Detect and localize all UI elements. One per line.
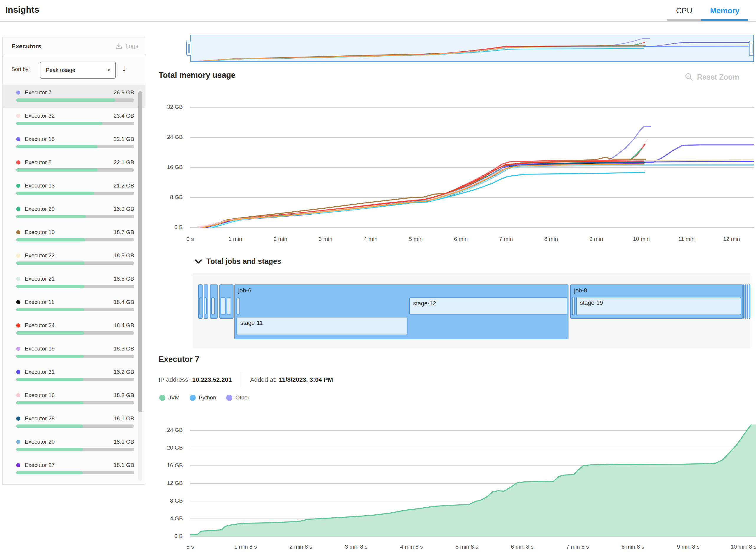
stage-label: stage-11	[240, 320, 263, 326]
sort-select[interactable]: Peak usage ▾	[40, 62, 116, 79]
job-bar[interactable]	[745, 285, 746, 319]
stage-bar[interactable]	[572, 297, 575, 315]
executor-row-line: Executor 822.1 GB	[3, 154, 145, 166]
executor-row[interactable]: Executor 3223.4 GB	[3, 108, 145, 131]
legend-item[interactable]: Other	[226, 394, 249, 401]
executor-name: Executor 11	[25, 299, 54, 305]
executor-memory-chart	[190, 424, 756, 553]
executor-row[interactable]: Executor 2218.5 GB	[3, 248, 145, 271]
executor-row[interactable]: Executor 3118.2 GB	[3, 364, 145, 387]
chevron-down-icon	[195, 259, 202, 264]
y-tick-label: 8 GB	[142, 194, 183, 201]
executor-row[interactable]: Executor 1018.7 GB	[3, 224, 145, 248]
executor-name: Executor 31	[25, 369, 55, 375]
executor-color-dot	[16, 137, 20, 141]
executor-row-line: Executor 1918.3 GB	[3, 341, 145, 352]
jobs-stages-title: Total jobs and stages	[206, 257, 281, 265]
legend-label: Other	[235, 394, 249, 401]
executor-usage-fill	[16, 471, 83, 474]
executor-usage-fill	[16, 122, 102, 125]
stage-bar[interactable]	[221, 298, 226, 315]
ip-value: 10.223.52.201	[192, 376, 232, 383]
job-bar[interactable]	[749, 285, 750, 319]
tab-cpu[interactable]: CPU	[667, 4, 701, 21]
executors-panel: Executors Logs Sort by: Peak usage ▾ ↓ E…	[2, 37, 145, 485]
executor-usage-fill	[16, 401, 83, 404]
job-bar[interactable]	[747, 285, 748, 319]
executor-row[interactable]: Executor 2418.4 GB	[3, 317, 145, 341]
executor-name: Executor 29	[25, 206, 55, 212]
stage-bar[interactable]: stage-12	[409, 298, 567, 315]
jobs-stages-toggle[interactable]: Total jobs and stages	[195, 257, 281, 265]
executor-row[interactable]: Executor 1918.3 GB	[3, 341, 145, 364]
stage-bar[interactable]: stage-11	[236, 317, 407, 335]
executor-name: Executor 28	[25, 415, 55, 422]
tab-cpu-label: CPU	[676, 6, 692, 15]
executor-row-line: Executor 2118.5 GB	[3, 271, 145, 282]
legend-item[interactable]: JVM	[159, 394, 179, 401]
stage-bar[interactable]	[199, 298, 201, 315]
executor-usage-bar	[16, 331, 134, 334]
executor-row[interactable]: Executor 2118.5 GB	[3, 271, 145, 294]
executor-row[interactable]: Executor 2818.1 GB	[3, 411, 145, 434]
y-tick-label: 20 GB	[142, 445, 183, 451]
executor-row-line: Executor 3118.2 GB	[3, 364, 145, 375]
executor-row[interactable]: Executor 1522.1 GB	[3, 131, 145, 154]
stage-bar[interactable]	[205, 298, 207, 315]
y-tick-label: 0 B	[142, 224, 183, 231]
overview-brush[interactable]	[190, 35, 754, 62]
executor-row-line: Executor 2418.4 GB	[3, 317, 145, 329]
legend-dot	[190, 395, 196, 401]
executor-row[interactable]: Executor 2018.1 GB	[3, 434, 145, 457]
executor-row-line: Executor 1321.2 GB	[3, 178, 145, 189]
executor-row[interactable]: Executor 2918.9 GB	[3, 201, 145, 224]
executor-row[interactable]: Executor 1618.2 GB	[3, 387, 145, 411]
executor-row[interactable]: Executor 2718.1 GB	[3, 457, 145, 480]
executor-usage-fill	[16, 261, 84, 265]
memory-type-legend: JVMPythonOther	[159, 394, 249, 401]
brush-handle-left[interactable]	[186, 41, 192, 56]
stage-bar[interactable]: stage-19	[576, 297, 741, 315]
executor-detail-info: IP address: 10.223.52.201 Added at: 11/8…	[159, 372, 333, 387]
page-title: Insights	[5, 5, 39, 15]
logs-button[interactable]: Logs	[115, 42, 138, 50]
brush-handle-right[interactable]	[749, 41, 754, 56]
logs-label: Logs	[126, 43, 138, 50]
job-bar[interactable]	[742, 285, 744, 319]
info-divider	[241, 372, 241, 387]
x-tick-label: 3 min 8 s	[330, 544, 383, 550]
reset-zoom-button[interactable]: Reset Zoom	[685, 73, 739, 81]
y-tick-label: 8 GB	[142, 497, 183, 504]
executor-name: Executor 32	[25, 112, 55, 119]
executor-color-dot	[16, 300, 20, 304]
sort-row: Sort by: Peak usage ▾ ↓	[3, 56, 145, 83]
executor-peak-value: 18.1 GB	[114, 462, 134, 468]
executor-row[interactable]: Executor 822.1 GB	[3, 154, 145, 178]
executor-usage-fill	[16, 378, 83, 381]
executor-name: Executor 27	[25, 462, 55, 468]
executor-row-line: Executor 3223.4 GB	[3, 108, 145, 119]
stage-bar[interactable]	[227, 298, 231, 315]
executor-usage-bar	[16, 261, 134, 265]
sort-direction-button[interactable]: ↓	[122, 63, 127, 74]
executor-name: Executor 22	[25, 252, 55, 259]
executor-row-line: Executor 2018.1 GB	[3, 434, 145, 445]
executor-row-line: Executor 2818.1 GB	[3, 411, 145, 422]
executor-usage-bar	[16, 354, 134, 358]
executor-usage-bar	[16, 285, 134, 288]
legend-item[interactable]: Python	[190, 394, 216, 401]
stage-bar[interactable]	[236, 298, 240, 315]
executor-row[interactable]: Executor 1118.4 GB	[3, 294, 145, 317]
executor-usage-bar	[16, 215, 134, 218]
executor-color-dot	[16, 207, 20, 211]
executor-row[interactable]: Executor 1321.2 GB	[3, 178, 145, 201]
stage-bar[interactable]	[211, 298, 215, 315]
brush-mini-chart	[191, 35, 753, 61]
executor-color-dot	[16, 277, 20, 281]
executor-row[interactable]: Executor 726.9 GB	[3, 85, 145, 108]
tab-memory[interactable]: Memory	[701, 4, 748, 21]
executor-name: Executor 21	[25, 275, 55, 282]
executor-color-dot	[16, 440, 20, 444]
y-tick-label: 16 GB	[142, 462, 183, 469]
y-tick-label: 12 GB	[142, 480, 183, 486]
